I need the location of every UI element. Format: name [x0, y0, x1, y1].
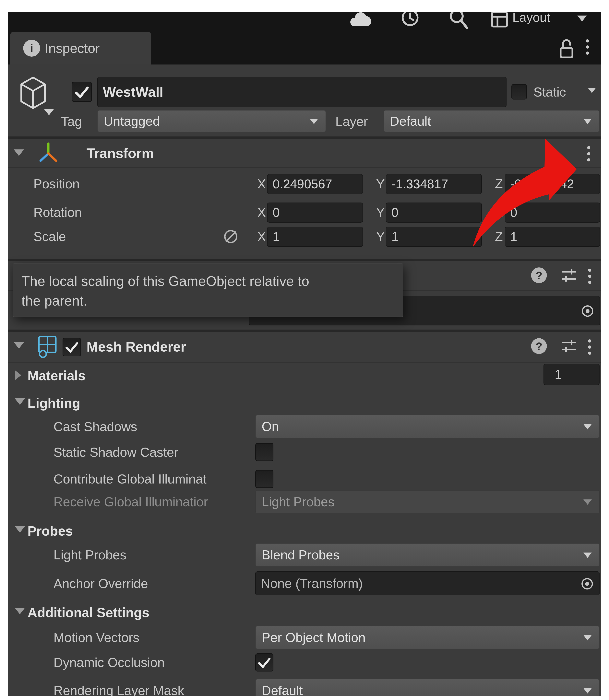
lighting-title: Lighting	[28, 395, 80, 411]
unlock-icon[interactable]	[559, 38, 574, 59]
motion-vectors-label: Motion Vectors	[53, 629, 139, 646]
layout-dropdown[interactable]: Layout	[491, 12, 601, 31]
cast-shadows-caret-icon	[584, 424, 592, 429]
probes-title: Probes	[28, 523, 73, 539]
gameobject-name-field[interactable]: WestWall	[98, 77, 506, 107]
header-underline	[8, 362, 601, 363]
check-icon	[72, 83, 91, 101]
history-clock-icon[interactable]	[400, 12, 420, 29]
layout-grid-icon	[491, 12, 508, 28]
section-divider	[8, 259, 601, 261]
materials-foldout-caret[interactable]	[15, 370, 21, 380]
gameobject-cube-icon[interactable]	[19, 76, 47, 116]
layer-label: Layer	[335, 113, 368, 130]
rotation-z-field[interactable]: 0	[505, 202, 600, 222]
anchor-override-label: Anchor Override	[53, 575, 148, 592]
scale-x-field[interactable]: 1	[267, 227, 363, 247]
rotation-x-field[interactable]: 0	[267, 202, 363, 222]
motion-vectors-caret-icon	[584, 635, 592, 641]
tab-inspector[interactable]: i Inspector	[10, 32, 151, 65]
top-bar: Layout i Inspector	[8, 12, 601, 65]
probes-foldout-caret[interactable]	[15, 526, 25, 533]
meshrenderer-presets-icon[interactable]	[561, 338, 577, 355]
section-divider	[8, 137, 601, 139]
additional-settings-foldout-caret[interactable]	[15, 608, 25, 614]
rendering-layer-mask-dropdown[interactable]: Default	[255, 679, 599, 696]
tag-label: Tag	[61, 113, 82, 130]
layer-dropdown[interactable]: Default	[384, 110, 599, 132]
scale-y-field[interactable]: 1	[386, 227, 482, 247]
anchor-override-object-field[interactable]: None (Transform)	[255, 571, 599, 595]
transform-kebab-menu-icon[interactable]	[587, 146, 590, 161]
static-label: Static	[534, 84, 566, 100]
light-probes-dropdown[interactable]: Blend Probes	[255, 543, 599, 567]
meshfilter-help-icon[interactable]: ?	[531, 267, 547, 283]
gameobject-icon-caret[interactable]	[44, 109, 54, 115]
additional-settings-title: Additional Settings	[28, 604, 150, 621]
dynamic-occlusion-checkbox[interactable]	[255, 653, 274, 671]
meshrenderer-enabled-checkbox[interactable]	[63, 338, 81, 356]
cast-shadows-dropdown[interactable]: On	[255, 415, 599, 438]
rendering-layer-mask-caret-icon	[584, 688, 592, 694]
tab-kebab-menu-icon[interactable]	[586, 39, 589, 55]
receive-gi-dropdown: Light Probes	[255, 490, 599, 514]
rotation-y-field[interactable]: 0	[386, 202, 482, 222]
transform-title: Transform	[87, 145, 154, 162]
tooltip-line1: The local scaling of this GameObject rel…	[21, 271, 395, 291]
lighting-foldout-caret[interactable]	[15, 398, 25, 405]
meshrenderer-kebab-menu-icon[interactable]	[588, 339, 591, 355]
inspector-panel: WestWall Static Tag Untagged Layer Defau…	[8, 65, 601, 696]
dynamic-occlusion-label: Dynamic Occlusion	[53, 654, 164, 671]
meshfilter-presets-icon[interactable]	[561, 267, 577, 284]
rotation-y-axis-label: Y	[376, 204, 385, 221]
cast-shadows-value: On	[262, 419, 279, 434]
scale-unlink-icon[interactable]	[222, 228, 239, 245]
scale-z-field[interactable]: 1	[505, 227, 600, 247]
unity-inspector-screenshot: Layout i Inspector WestWall	[0, 0, 609, 700]
meshrenderer-title: Mesh Renderer	[87, 339, 186, 355]
rendering-layer-mask-value: Default	[262, 683, 303, 696]
cloud-icon[interactable]	[350, 12, 374, 28]
transform-tool-icon	[37, 142, 59, 164]
light-probes-value: Blend Probes	[262, 548, 340, 562]
position-y-axis-label: Y	[376, 176, 385, 192]
meshrenderer-help-icon[interactable]: ?	[531, 338, 547, 354]
check-icon	[63, 338, 81, 356]
info-icon: i	[23, 40, 40, 57]
tooltip-line2: the parent.	[21, 291, 395, 311]
contribute-gi-checkbox[interactable]	[255, 470, 274, 488]
rendering-layer-mask-label: Rendering Layer Mask	[53, 682, 184, 696]
motion-vectors-value: Per Object Motion	[262, 630, 365, 645]
section-divider	[8, 329, 601, 332]
meshrenderer-icon	[37, 335, 58, 358]
tab-title: Inspector	[45, 32, 100, 65]
receive-gi-label: Receive Global Illuminatior	[53, 493, 208, 510]
anchor-override-picker-icon[interactable]	[581, 577, 594, 590]
contribute-gi-label: Contribute Global Illuminat	[53, 471, 207, 487]
scale-label: Scale	[33, 228, 66, 245]
search-icon[interactable]	[448, 12, 470, 30]
receive-gi-value: Light Probes	[262, 494, 335, 509]
meshrenderer-foldout-caret[interactable]	[14, 342, 24, 348]
materials-count-field[interactable]: 1	[543, 364, 599, 385]
layout-label: Layout	[512, 12, 550, 27]
position-z-field[interactable]: -0.7566242	[505, 174, 600, 194]
rotation-z-axis-label: Z	[495, 204, 503, 221]
gameobject-active-checkbox[interactable]	[72, 82, 92, 102]
tag-caret-icon	[310, 119, 318, 124]
position-z-axis-label: Z	[495, 176, 503, 192]
tag-value: Untagged	[104, 114, 160, 129]
rotation-x-axis-label: X	[257, 204, 266, 221]
position-x-field[interactable]: 0.2490567	[267, 174, 363, 194]
mesh-picker-icon[interactable]	[581, 305, 594, 318]
check-icon	[256, 654, 273, 671]
meshfilter-kebab-menu-icon[interactable]	[588, 269, 591, 284]
position-y-field[interactable]: -1.334817	[386, 174, 482, 194]
tag-dropdown[interactable]: Untagged	[98, 110, 326, 132]
static-shadow-caster-checkbox[interactable]	[255, 443, 274, 461]
static-caret-icon[interactable]	[588, 88, 596, 93]
static-checkbox[interactable]	[511, 84, 527, 100]
motion-vectors-dropdown[interactable]: Per Object Motion	[255, 626, 599, 649]
transform-foldout-caret[interactable]	[14, 149, 24, 156]
light-probes-caret-icon	[584, 553, 592, 558]
